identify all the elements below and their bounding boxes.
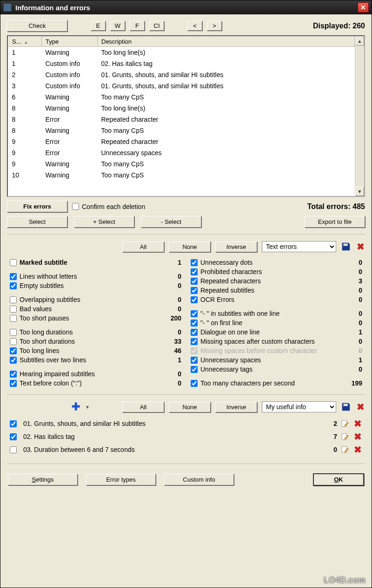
plus-select-button[interactable]: + Select bbox=[74, 216, 134, 228]
check-checkbox[interactable] bbox=[10, 296, 17, 303]
custom-checkbox[interactable] bbox=[10, 420, 17, 427]
scroll-down-icon[interactable]: ▼ bbox=[355, 187, 364, 196]
check-checkbox[interactable] bbox=[191, 287, 198, 294]
scrollbar-vertical[interactable]: ▲ ▼ bbox=[355, 36, 364, 196]
table-row[interactable]: 9ErrorRepeated character bbox=[8, 136, 355, 147]
check-checkbox[interactable] bbox=[10, 259, 17, 266]
delete-custom-icon[interactable]: ✖ bbox=[353, 445, 362, 454]
table-row[interactable]: 8WarningToo many CpS bbox=[8, 125, 355, 136]
error-types-button[interactable]: Error types bbox=[86, 474, 156, 485]
check-checkbox[interactable] bbox=[191, 338, 198, 345]
check-checkbox[interactable] bbox=[10, 315, 17, 322]
filter-ci-button[interactable]: CI bbox=[149, 21, 164, 31]
ok-button[interactable]: OK bbox=[313, 473, 364, 486]
check-checkbox[interactable] bbox=[10, 282, 17, 289]
check-count: 0 bbox=[344, 347, 362, 354]
check-checkbox[interactable] bbox=[10, 338, 17, 345]
custom-preset-select[interactable]: My useful info bbox=[262, 401, 336, 412]
minus-select-button[interactable]: - Select bbox=[141, 216, 201, 228]
check-count: 0 bbox=[344, 259, 362, 266]
check-checkbox[interactable] bbox=[191, 366, 198, 373]
save-icon[interactable] bbox=[341, 242, 351, 252]
check-checkbox[interactable] bbox=[10, 273, 17, 280]
check-checkbox[interactable] bbox=[191, 380, 198, 387]
scroll-up-icon[interactable]: ▲ bbox=[355, 36, 364, 46]
custom-checkbox[interactable] bbox=[10, 433, 17, 440]
check-checkbox[interactable] bbox=[191, 357, 198, 364]
table-row[interactable]: 1Custom info02. Has italics tag bbox=[8, 58, 355, 69]
add-icon[interactable]: ✚ bbox=[71, 402, 80, 412]
edit-icon[interactable] bbox=[341, 445, 349, 454]
check-checkbox[interactable] bbox=[10, 357, 17, 364]
col-header-description[interactable]: Description bbox=[98, 37, 355, 47]
check-checkbox[interactable] bbox=[191, 320, 198, 327]
check-checkbox[interactable] bbox=[10, 380, 17, 387]
table-row[interactable]: 2Custom info01. Grunts, shouts, and simi… bbox=[8, 69, 355, 80]
inverse-button-2[interactable]: Inverse bbox=[215, 402, 257, 412]
filter-f-button[interactable]: F bbox=[130, 21, 145, 31]
filter-e-button[interactable]: E bbox=[91, 21, 106, 31]
col-header-s[interactable]: S...▲ bbox=[8, 37, 42, 47]
check-checkbox[interactable] bbox=[191, 347, 198, 354]
check-count: 1 bbox=[344, 328, 362, 336]
check-row: Missing spaces before custom character 0 bbox=[191, 347, 362, 354]
none-button-2[interactable]: None bbox=[169, 402, 211, 412]
save-icon-2[interactable] bbox=[341, 402, 351, 412]
table-row[interactable]: 8WarningToo long line(s) bbox=[8, 103, 355, 114]
custom-count: 7 bbox=[328, 433, 337, 440]
fix-errors-button[interactable]: Fix errors bbox=[7, 201, 67, 212]
table-row[interactable]: 6WarningToo many CpS bbox=[8, 91, 355, 103]
check-label: Unnecessary tags bbox=[198, 366, 344, 373]
error-preset-select[interactable]: Text errors bbox=[262, 241, 336, 252]
prev-button[interactable]: < bbox=[187, 21, 202, 31]
edit-icon[interactable] bbox=[341, 432, 349, 441]
custom-info-button[interactable]: Custom info bbox=[164, 474, 234, 485]
all-button-2[interactable]: All bbox=[122, 402, 164, 412]
check-row: Marked subtitle 1 bbox=[10, 259, 181, 266]
check-checkbox[interactable] bbox=[191, 329, 198, 336]
check-checkbox[interactable] bbox=[10, 347, 17, 354]
check-row: Repeated characters 3 bbox=[191, 277, 362, 285]
check-row: Lines without letters 0 bbox=[10, 273, 181, 280]
check-row: Text before colon (":") 0 bbox=[10, 379, 181, 387]
table-row[interactable]: 1WarningToo long line(s) bbox=[8, 47, 355, 59]
check-label: Empty subtitles bbox=[17, 282, 163, 289]
next-button[interactable]: > bbox=[207, 21, 222, 31]
delete-custom-icon[interactable]: ✖ bbox=[353, 419, 362, 428]
check-checkbox[interactable] bbox=[10, 306, 17, 313]
delete-icon-2[interactable]: ✖ bbox=[356, 402, 365, 412]
table-row[interactable]: 9ErrorUnnecessary spaces bbox=[8, 147, 355, 158]
delete-custom-icon[interactable]: ✖ bbox=[353, 432, 362, 441]
check-button[interactable]: Check bbox=[7, 20, 67, 32]
check-count: 199 bbox=[344, 379, 362, 387]
edit-icon[interactable] bbox=[341, 419, 349, 428]
close-icon[interactable]: ✕ bbox=[358, 2, 369, 13]
check-checkbox[interactable] bbox=[191, 268, 198, 275]
settings-button[interactable]: Settings bbox=[8, 474, 78, 485]
add-dropdown-icon[interactable]: ▼ bbox=[85, 405, 90, 410]
table-row[interactable]: 9WarningToo many CpS bbox=[8, 158, 355, 170]
col-header-type[interactable]: Type bbox=[42, 37, 98, 47]
table-row[interactable]: 3Custom info01. Grunts, shouts, and simi… bbox=[8, 80, 355, 91]
check-checkbox[interactable] bbox=[10, 371, 17, 378]
filter-w-button[interactable]: W bbox=[110, 21, 125, 31]
delete-icon[interactable]: ✖ bbox=[356, 242, 365, 251]
inverse-button-1[interactable]: Inverse bbox=[215, 242, 257, 252]
confirm-deletion-checkbox[interactable] bbox=[72, 203, 79, 210]
check-checkbox[interactable] bbox=[191, 259, 198, 266]
check-checkbox[interactable] bbox=[191, 310, 198, 317]
check-label: Overlapping subtitles bbox=[17, 296, 163, 303]
all-button-1[interactable]: All bbox=[122, 242, 164, 252]
check-row: Overlapping subtitles 0 bbox=[10, 296, 181, 303]
custom-checkbox[interactable] bbox=[10, 446, 17, 453]
check-count: 0 bbox=[163, 273, 181, 280]
table-row[interactable]: 10WarningToo many CpS bbox=[8, 170, 355, 181]
select-button[interactable]: Select bbox=[7, 216, 67, 228]
check-checkbox[interactable] bbox=[191, 296, 198, 303]
export-button[interactable]: Export to file bbox=[305, 216, 365, 228]
none-button-1[interactable]: None bbox=[169, 242, 211, 252]
table-row[interactable]: 8ErrorRepeated character bbox=[8, 114, 355, 125]
fix-row: Fix errors Confirm each deletion Total e… bbox=[7, 201, 365, 212]
check-checkbox[interactable] bbox=[10, 329, 17, 336]
check-checkbox[interactable] bbox=[191, 278, 198, 285]
